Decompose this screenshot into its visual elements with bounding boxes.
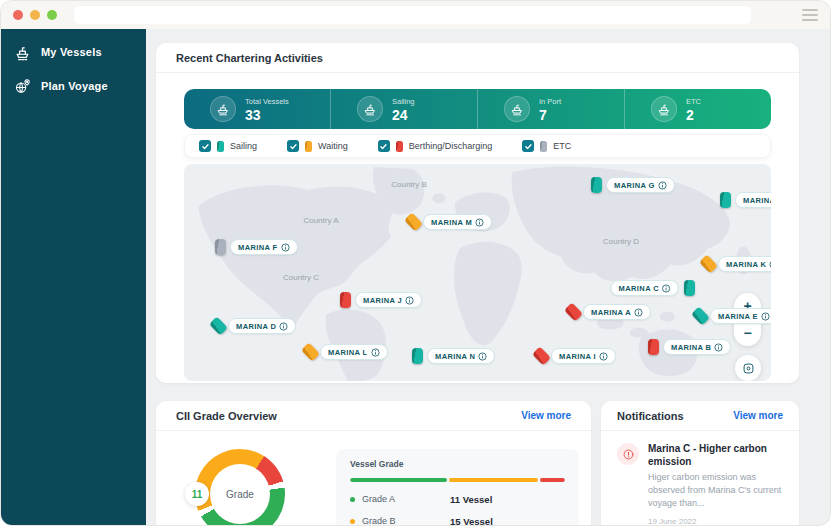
cii-donut-chart: Grade [195, 449, 285, 526]
info-icon [769, 260, 771, 269]
sidebar-item-my-vessels[interactable]: My Vessels [1, 35, 146, 69]
notifications-panel: Notifications View more Marina C - Highe… [601, 401, 799, 526]
info-icon [281, 243, 290, 252]
checkbox-checked[interactable] [522, 140, 534, 152]
grade-dot [350, 497, 355, 502]
vessel-label-marina-m[interactable]: MARINA M [423, 214, 492, 230]
vessel-marker-icon [217, 141, 224, 152]
vessel-label-marina-a[interactable]: MARINA A [583, 304, 651, 320]
country-label-country-b: Country B [391, 180, 427, 189]
grade-name: Grade B [362, 516, 396, 526]
vessel-label-marina-n[interactable]: MARINA N [427, 348, 495, 364]
country-label-country-c: Country C [283, 273, 319, 282]
traffic-light-close-button[interactable] [13, 10, 23, 20]
chartering-panel-header: Recent Chartering Activities [156, 43, 799, 73]
checkbox-checked[interactable] [287, 140, 299, 152]
checkbox-checked[interactable] [378, 140, 390, 152]
stat-label: ETC [686, 97, 701, 106]
sidebar-item-plan-voyage[interactable]: Plan Voyage [1, 69, 146, 103]
notifications-view-more-link[interactable]: View more [733, 410, 783, 421]
info-icon [371, 348, 380, 357]
filter-sailing[interactable]: Sailing [199, 140, 257, 152]
map-filters-bar: SailingWaitingBerthing/DischargingETC [184, 134, 771, 158]
menu-icon[interactable] [802, 9, 818, 21]
vessel-marker-icon [305, 141, 312, 152]
sidebar: My VesselsPlan Voyage [1, 29, 146, 526]
vessel-name: MARINA C [619, 284, 659, 293]
vessel-marker-marina-n[interactable] [412, 348, 423, 364]
vessel-label-marina-j[interactable]: MARINA J [355, 292, 422, 308]
vessel-name: MARINA B [671, 343, 711, 352]
grade-bar-segment [540, 478, 565, 482]
notification-item[interactable]: Marina C - Higher carbon emissionHiger c… [617, 443, 783, 526]
vessel-label-marina-b[interactable]: MARINA B [663, 339, 731, 355]
traffic-light-expand-button[interactable] [47, 10, 57, 20]
stat-text: Sailing24 [392, 97, 415, 122]
traffic-light-minimize-button[interactable] [30, 10, 40, 20]
browser-window: My VesselsPlan Voyage Recent Chartering … [0, 0, 831, 526]
url-bar[interactable] [74, 6, 751, 24]
vessel-marker-marina-j[interactable] [340, 292, 351, 308]
filter-berthing-discharging[interactable]: Berthing/Discharging [378, 140, 493, 152]
info-icon [475, 218, 484, 227]
notifications-panel-header: Notifications View more [601, 401, 799, 431]
globe-pin-icon [14, 78, 31, 95]
vessel-marker-marina-g[interactable] [591, 177, 602, 193]
cii-grade-panel: CII Grade Overview View more Grade 11 Ve… [156, 401, 591, 526]
browser-titlebar [1, 1, 830, 29]
filter-label: Waiting [318, 141, 348, 151]
vessel-label-marina-h[interactable]: MARINA H [735, 192, 771, 208]
info-icon [478, 352, 487, 361]
vessel-name: MARINA E [718, 312, 758, 321]
map-recenter-button[interactable] [735, 355, 761, 381]
vessel-marker-marina-h[interactable] [720, 192, 731, 208]
ship-icon [14, 44, 31, 61]
stat-value: 24 [392, 108, 415, 122]
stat-total-vessels: Total Vessels33 [184, 89, 330, 129]
stat-text: ETC2 [686, 97, 701, 122]
info-icon [761, 312, 770, 321]
vessel-marker-marina-f[interactable] [215, 239, 226, 255]
cii-legend-box: Vessel Grade Grade A11 VesselGrade B15 V… [336, 449, 579, 526]
vessel-name: MARINA M [431, 218, 472, 227]
vessel-label-marina-g[interactable]: MARINA G [606, 177, 675, 193]
vessel-label-marina-d[interactable]: MARINA D [228, 318, 296, 334]
vessel-label-marina-l[interactable]: MARINA L [320, 344, 388, 360]
ship-icon [210, 96, 236, 122]
vessel-name: MARINA N [435, 352, 475, 361]
info-icon [599, 352, 608, 361]
chartering-panel-title: Recent Chartering Activities [176, 52, 323, 64]
stat-label: Total Vessels [245, 97, 289, 106]
grade-bar-segment [449, 478, 538, 482]
filter-label: Sailing [230, 141, 257, 151]
vessel-name: MARINA K [726, 260, 766, 269]
stat-value: 33 [245, 108, 289, 122]
grade-name: Grade A [362, 494, 395, 504]
cii-view-more-link[interactable]: View more [521, 410, 571, 421]
filter-waiting[interactable]: Waiting [287, 140, 348, 152]
vessel-marker-marina-b[interactable] [648, 339, 659, 355]
stat-in-port: In Port7 [477, 89, 624, 129]
info-icon [279, 322, 288, 331]
ship-icon [357, 96, 383, 122]
grade-bar-segment [350, 478, 447, 482]
vessel-label-marina-e[interactable]: MARINA E [710, 308, 771, 324]
checkbox-checked[interactable] [199, 140, 211, 152]
filter-label: Berthing/Discharging [409, 141, 493, 151]
sidebar-item-label: Plan Voyage [41, 80, 108, 92]
vessel-label-marina-k[interactable]: MARINA K [718, 256, 771, 272]
vessel-map[interactable]: + − Country BCountry ACountry CCountry D… [184, 164, 771, 381]
vessel-name: MARINA J [363, 296, 402, 305]
info-icon [405, 296, 414, 305]
filter-etc[interactable]: ETC [522, 140, 571, 152]
vessel-label-marina-f[interactable]: MARINA F [230, 239, 298, 255]
ship-icon [504, 96, 530, 122]
stat-sailing: Sailing24 [330, 89, 477, 129]
vessel-marker-marina-c[interactable] [684, 280, 695, 296]
stat-value: 7 [539, 108, 561, 122]
info-icon [634, 308, 643, 317]
vessel-name: MARINA I [559, 352, 596, 361]
vessel-label-marina-i[interactable]: MARINA I [551, 348, 616, 364]
grade-legend-row: Grade B15 Vessel [350, 516, 565, 526]
vessel-label-marina-c[interactable]: MARINA C [611, 280, 679, 296]
